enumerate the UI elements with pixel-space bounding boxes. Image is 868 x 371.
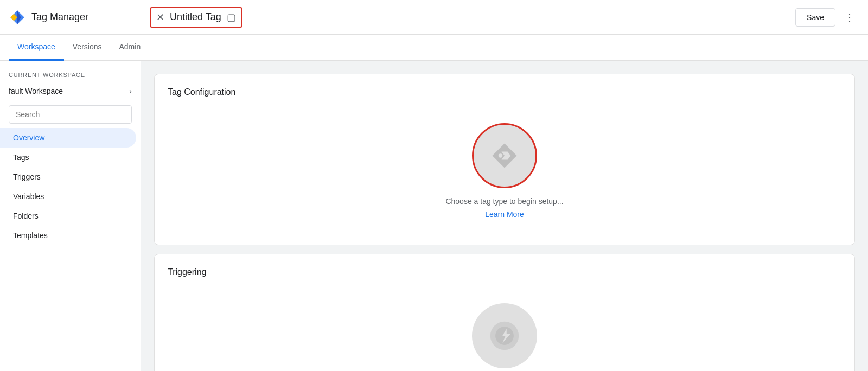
sidebar-item-overview[interactable]: Overview bbox=[0, 128, 136, 148]
sidebar-section-label: CURRENT WORKSPACE bbox=[9, 72, 85, 78]
tag-configuration-panel: Tag Configuration Choose a tag type to b… bbox=[154, 74, 855, 245]
sidebar: CURRENT WORKSPACE fault Workspace › Over… bbox=[0, 61, 141, 371]
top-bar-brand: Tag Manager bbox=[0, 0, 141, 34]
sidebar-item-folders[interactable]: Folders bbox=[0, 206, 136, 226]
top-bar: Tag Manager ✕ Untitled Tag ▢ Save ⋮ bbox=[0, 0, 868, 35]
tab-admin[interactable]: Admin bbox=[110, 35, 149, 61]
triggering-panel: Triggering Choose a trigger to make this… bbox=[154, 254, 855, 371]
sidebar-section: CURRENT WORKSPACE bbox=[0, 65, 141, 81]
trigger-svg-icon bbox=[488, 319, 521, 352]
tag-name-label: Untitled Tag bbox=[170, 11, 221, 23]
top-bar-actions: Save ⋮ bbox=[787, 8, 868, 27]
tag-configuration-title: Tag Configuration bbox=[168, 87, 841, 97]
tag-type-icon[interactable] bbox=[472, 123, 537, 188]
triggering-title: Triggering bbox=[168, 267, 841, 277]
save-button[interactable]: Save bbox=[795, 8, 835, 27]
sidebar-item-templates[interactable]: Templates bbox=[0, 226, 136, 245]
brand-title: Tag Manager bbox=[31, 11, 88, 23]
sidebar-item-variables[interactable]: Variables bbox=[0, 187, 136, 206]
search-input[interactable] bbox=[9, 105, 132, 124]
more-options-button[interactable]: ⋮ bbox=[840, 9, 859, 26]
tag-title-bar: ✕ Untitled Tag ▢ bbox=[141, 0, 787, 34]
tag-svg-icon bbox=[488, 139, 521, 172]
tag-configuration-content: Choose a tag type to begin setup... Lear… bbox=[168, 110, 841, 232]
tab-workspace[interactable]: Workspace bbox=[9, 35, 64, 61]
sidebar-item-tags[interactable]: Tags bbox=[0, 148, 136, 167]
tag-title-area: ✕ Untitled Tag ▢ bbox=[150, 7, 242, 28]
folder-icon[interactable]: ▢ bbox=[227, 11, 236, 23]
tag-configuration-learn-more[interactable]: Learn More bbox=[485, 210, 524, 219]
triggering-content: Choose a trigger to make this tag fire..… bbox=[168, 290, 841, 371]
svg-point-3 bbox=[499, 153, 503, 158]
nav-tabs-bar: Workspace Versions Admin bbox=[0, 35, 868, 61]
chevron-right-icon: › bbox=[129, 87, 132, 95]
content-area: Tag Configuration Choose a tag type to b… bbox=[141, 61, 868, 371]
sidebar-item-triggers[interactable]: Triggers bbox=[0, 167, 136, 187]
close-tag-button[interactable]: ✕ bbox=[156, 11, 164, 23]
trigger-icon[interactable] bbox=[472, 303, 537, 368]
main-layout: CURRENT WORKSPACE fault Workspace › Over… bbox=[0, 61, 868, 371]
tab-versions[interactable]: Versions bbox=[64, 35, 111, 61]
gtm-logo bbox=[9, 9, 26, 26]
tag-configuration-hint: Choose a tag type to begin setup... bbox=[445, 197, 563, 206]
workspace-name: fault Workspace bbox=[9, 87, 63, 95]
workspace-item[interactable]: fault Workspace › bbox=[0, 81, 141, 101]
